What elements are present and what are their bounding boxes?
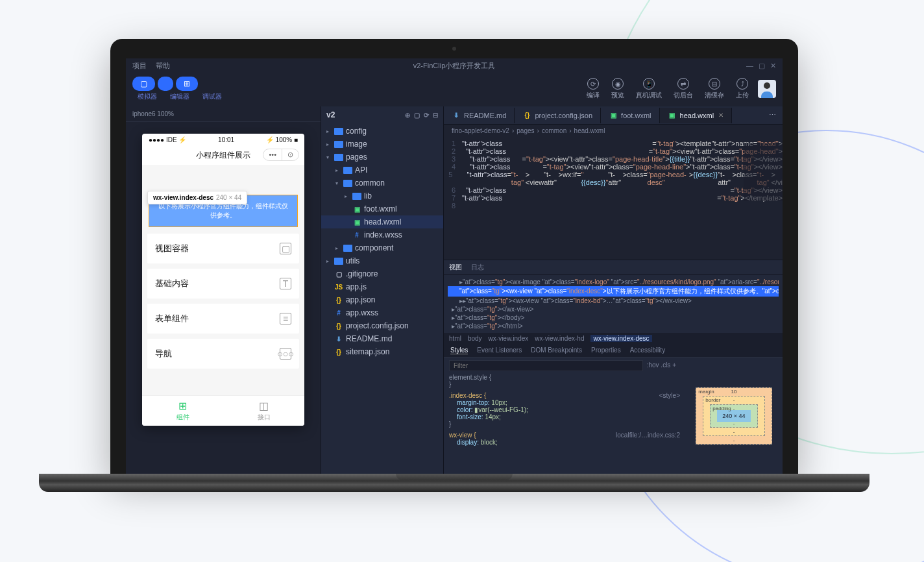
styles-panel[interactable]: :hov .cls + element.style {} .index-desc… [444,358,685,474]
list-item[interactable]: 基础内容T [147,269,299,299]
tree-node[interactable]: ▢.gitignore [321,267,443,280]
mode-pill-1[interactable] [158,77,173,91]
editor-pane: ⬇README.md{}project.config.json▣foot.wxm… [444,106,783,474]
tree-node[interactable]: #index.wxss [321,228,443,241]
window-min-icon[interactable]: — [746,62,753,70]
dom-crumb[interactable]: html [449,335,461,342]
menu-help[interactable]: 帮助 [156,61,170,71]
window-close-icon[interactable]: ✕ [770,62,776,70]
devtools-subtab[interactable]: Styles [450,347,468,354]
tree-node[interactable]: ▾common [321,177,443,189]
new-folder-icon[interactable]: ▢ [414,112,420,119]
project-root[interactable]: v2 [326,110,335,119]
editor-tab[interactable]: {}project.config.json [515,108,601,123]
tab-overflow-icon[interactable]: ⋯ [762,108,783,122]
tree-node[interactable]: {}sitemap.json [321,345,443,358]
list-item[interactable]: 表单组件≡ [147,304,299,334]
mode-label: 编辑器 [165,92,195,101]
new-file-icon[interactable]: ⊕ [405,112,410,119]
dom-crumb[interactable]: wx-view.index-hd [535,335,584,342]
menubar: 项目 帮助 v2-FinClip小程序开发工具 — ▢ ✕ [126,58,783,73]
breadcrumb[interactable]: fino-applet-demo-v2 › pages › common › h… [444,125,783,137]
styles-filter-input[interactable] [449,360,643,371]
tree-node[interactable]: ⬇README.md [321,332,443,345]
simulator-pane: iphone6 100% ●●●● IDE ⚡ 10:01 ⚡ 100% ■ 小… [126,106,321,474]
inspect-tooltip: wx-view.index-desc240 × 44 [147,191,247,204]
devtools-tab-console[interactable]: 日志 [471,263,484,272]
list-item[interactable]: 导航○○○ [147,339,299,369]
status-time: 10:01 [218,136,234,143]
toolbar-action[interactable]: ⤴上传 [736,78,749,100]
tree-node[interactable]: {}app.json [321,293,443,306]
toolbar-action[interactable]: ⊟清缓存 [705,78,724,100]
tree-node[interactable]: ▸lib [321,189,443,202]
laptop-frame: 项目 帮助 v2-FinClip小程序开发工具 — ▢ ✕ ▢⊞ 模拟器编辑器调… [110,39,798,492]
code-editor[interactable]: 1"t-attr">class="t-tag"><template "t-att… [444,137,783,260]
devtools: 视图 日志 ▸"at">class="tg"><wx-image "at">cl… [444,260,783,474]
dom-crumb[interactable]: wx-view.index [489,335,529,342]
ide-window: 项目 帮助 v2-FinClip小程序开发工具 — ▢ ✕ ▢⊞ 模拟器编辑器调… [126,58,783,474]
toolbar-action[interactable]: ⟳编译 [587,78,600,100]
phone-simulator[interactable]: ●●●● IDE ⚡ 10:01 ⚡ 100% ■ 小程序组件展示 •••⊙ w… [142,134,304,426]
tree-node[interactable]: ▣head.wxml [321,215,443,228]
window-max-icon[interactable]: ▢ [759,62,765,70]
tree-node[interactable]: JSapp.js [321,280,443,293]
tabbar-item[interactable]: ⊞组件 [142,396,223,426]
tree-node[interactable]: #app.wxss [321,306,443,319]
file-explorer: v2 ⊕ ▢ ⟳ ⊟ ▸config▸image▾pages▸API▾commo… [321,106,444,474]
device-info: iphone6 100% [126,106,321,122]
tree-node[interactable]: ▸component [321,241,443,254]
devtools-subtab[interactable]: Accessibility [630,347,665,354]
collapse-icon[interactable]: ⊟ [433,112,438,119]
mode-label: 模拟器 [132,92,162,101]
window-title: v2-FinClip小程序开发工具 [413,61,496,71]
page-title: 小程序组件展示 [196,151,250,160]
tree-node[interactable]: ▸API [321,164,443,177]
editor-tab[interactable]: ▣foot.wxml [601,108,659,123]
styles-toggles[interactable]: :hov .cls + [643,360,680,374]
editor-tab[interactable]: ▣head.wxml✕ [660,108,733,123]
dom-breadcrumb[interactable]: htmlbodywx-view.indexwx-view.index-hdwx-… [444,333,783,344]
minimap[interactable] [744,143,783,201]
devtools-tab-elements[interactable]: 视图 [449,263,462,272]
close-icon[interactable]: ✕ [718,112,723,119]
menu-capsule[interactable]: •••⊙ [263,149,299,161]
tabbar-item[interactable]: ◫接口 [223,396,304,426]
status-signal: ●●●● IDE ⚡ [149,136,186,143]
mode-pill-0[interactable]: ▢ [132,77,155,91]
tree-node[interactable]: ▣foot.wxml [321,202,443,215]
tree-node[interactable]: {}project.config.json [321,319,443,332]
mode-pill-2[interactable]: ⊞ [176,77,198,91]
avatar[interactable] [758,80,776,98]
mode-label: 调试器 [197,92,227,101]
dom-tree[interactable]: ▸"at">class="tg"><wx-image "at">class="i… [444,275,783,333]
editor-tab[interactable]: ⬇README.md [444,108,515,123]
dom-crumb[interactable]: body [468,335,482,342]
tree-node[interactable]: ▾pages [321,151,443,164]
devtools-subtab[interactable]: DOM Breakpoints [531,347,582,354]
toolbar-action[interactable]: 📱真机调试 [636,78,662,100]
tree-node[interactable]: ▸config [321,125,443,138]
dom-crumb[interactable]: wx-view.index-desc [590,335,651,342]
status-battery: ⚡ 100% ■ [266,136,298,143]
refresh-icon[interactable]: ⟳ [424,112,429,119]
toolbar: ▢⊞ 模拟器编辑器调试器 ⟳编译◉预览📱真机调试⇄切后台⊟清缓存⤴上传 [126,73,783,106]
devtools-subtab[interactable]: Properties [591,347,621,354]
toolbar-action[interactable]: ◉预览 [611,78,624,100]
box-model: margin 10 border - padding - 240 × 44 - … [685,358,783,474]
devtools-subtab[interactable]: Event Listeners [477,347,522,354]
toolbar-action[interactable]: ⇄切后台 [674,78,693,100]
list-item[interactable]: 视图容器▢ [147,234,299,263]
tree-node[interactable]: ▸utils [321,254,443,267]
menu-project[interactable]: 项目 [132,61,147,71]
tree-node[interactable]: ▸image [321,138,443,151]
